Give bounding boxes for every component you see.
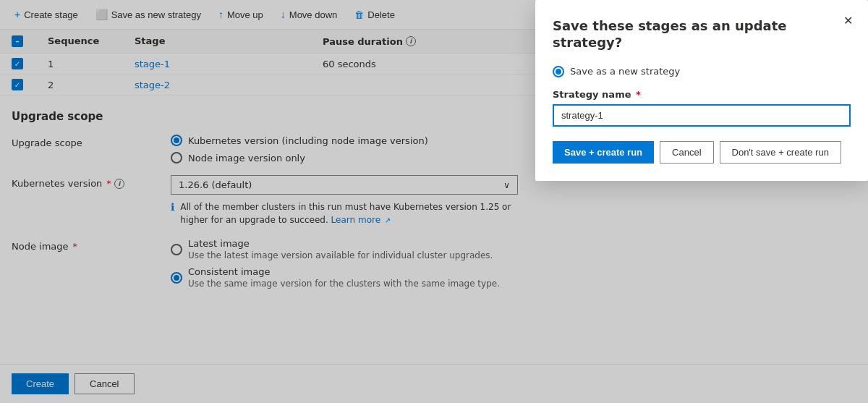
modal-cancel-button[interactable]: Cancel — [660, 141, 713, 164]
strategy-name-input[interactable] — [553, 104, 851, 127]
modal-save-radio-button[interactable] — [553, 66, 564, 77]
modal-radio-group: Save as a new strategy — [553, 66, 851, 77]
modal-save-new-label: Save as a new strategy — [570, 66, 680, 77]
strategy-name-field: Strategy name * — [553, 89, 851, 127]
strategy-name-required: * — [633, 89, 641, 100]
modal-actions: Save + create run Cancel Don't save + cr… — [553, 141, 851, 164]
strategy-name-label: Strategy name * — [553, 89, 851, 100]
save-strategy-modal: ✕ Save these stages as an update strateg… — [535, 0, 868, 181]
modal-title: Save these stages as an update strategy? — [553, 17, 851, 51]
modal-close-button[interactable]: ✕ — [839, 12, 856, 29]
modal-overlay: ✕ Save these stages as an update strateg… — [0, 0, 868, 403]
modal-save-new-radio[interactable]: Save as a new strategy — [553, 66, 851, 77]
dont-save-create-run-button[interactable]: Don't save + create run — [720, 141, 841, 164]
save-create-run-button[interactable]: Save + create run — [553, 141, 654, 164]
close-icon: ✕ — [843, 14, 853, 27]
